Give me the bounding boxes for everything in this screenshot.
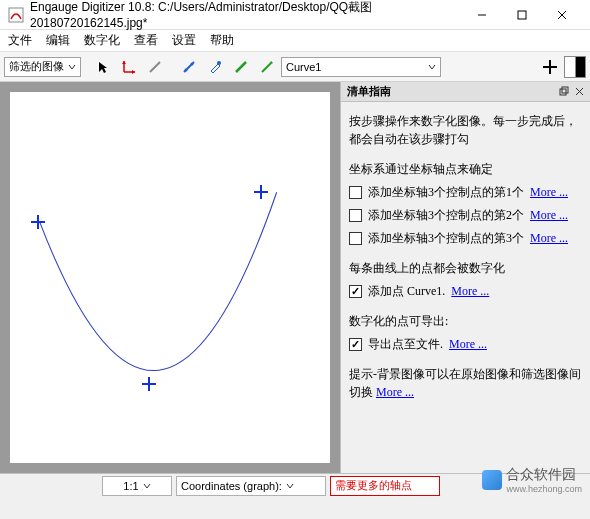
more-link[interactable]: More ... — [530, 208, 568, 223]
app-icon — [8, 7, 24, 23]
point-match-tool[interactable] — [177, 55, 201, 79]
guide-sect-axes: 坐标系通过坐标轴点来确定 — [349, 160, 582, 178]
pointer-tool[interactable] — [91, 55, 115, 79]
check-export: 导出点至文件. More ... — [349, 336, 582, 353]
svg-rect-0 — [9, 8, 23, 22]
svg-rect-2 — [518, 11, 526, 19]
axis-point-3[interactable] — [254, 185, 268, 199]
more-link[interactable]: More ... — [530, 231, 568, 246]
close-panel-icon[interactable] — [575, 86, 584, 98]
checkbox-icon[interactable] — [349, 232, 362, 245]
curve-tool[interactable] — [255, 55, 279, 79]
checkbox-icon[interactable] — [349, 209, 362, 222]
svg-point-10 — [191, 62, 194, 65]
guide-intro: 按步骤操作来数字化图像。每一步完成后，都会自动在该步骤打勾 — [349, 112, 582, 148]
scale-tool[interactable] — [143, 55, 167, 79]
check-curve: 添加点 Curve1. More ... — [349, 283, 582, 300]
color-swatch[interactable] — [564, 56, 586, 78]
curve-select-combo[interactable]: Curve1 — [281, 57, 441, 77]
main-area: 清单指南 按步骤操作来数字化图像。每一步完成后，都会自动在该步骤打勾 坐标系通过… — [0, 82, 590, 473]
watermark: 合众软件园 www.hezhong.com — [482, 466, 582, 494]
checkbox-checked-icon[interactable] — [349, 338, 362, 351]
check-axis-3: 添加坐标轴3个控制点的第3个 More ... — [349, 230, 582, 247]
checkbox-checked-icon[interactable] — [349, 285, 362, 298]
checklist-guide-panel: 清单指南 按步骤操作来数字化图像。每一步完成后，都会自动在该步骤打勾 坐标系通过… — [340, 82, 590, 473]
guide-sect-curves: 每条曲线上的点都会被数字化 — [349, 259, 582, 277]
graph-canvas[interactable] — [10, 92, 330, 463]
more-link[interactable]: More ... — [449, 337, 487, 352]
guide-sect-export: 数字化的点可导出: — [349, 312, 582, 330]
titlebar: Engauge Digitizer 10.8: C:/Users/Adminis… — [0, 0, 590, 30]
menu-file[interactable]: 文件 — [8, 32, 32, 49]
check-axis-2: 添加坐标轴3个控制点的第2个 More ... — [349, 207, 582, 224]
guide-body: 按步骤操作来数字化图像。每一步完成后，都会自动在该步骤打勾 坐标系通过坐标轴点来… — [341, 102, 590, 473]
check-axis-1: 添加坐标轴3个控制点的第1个 More ... — [349, 184, 582, 201]
status-message: 需要更多的轴点 — [330, 476, 440, 496]
more-link[interactable]: More ... — [530, 185, 568, 200]
svg-rect-15 — [560, 89, 566, 95]
undock-icon[interactable] — [559, 86, 569, 98]
chevron-down-icon — [286, 482, 294, 490]
curve-plot — [10, 92, 330, 463]
more-link[interactable]: More ... — [376, 385, 414, 399]
zoom-combo[interactable]: 1:1 — [102, 476, 172, 496]
svg-line-12 — [236, 62, 246, 72]
axis-point-1[interactable] — [31, 215, 45, 229]
minimize-button[interactable] — [462, 1, 502, 29]
menu-settings[interactable]: 设置 — [172, 32, 196, 49]
svg-rect-16 — [562, 87, 568, 93]
axis-point-2[interactable] — [142, 377, 156, 391]
coords-combo[interactable]: Coordinates (graph): — [176, 476, 326, 496]
more-link[interactable]: More ... — [451, 284, 489, 299]
chevron-down-icon — [68, 63, 76, 71]
menu-edit[interactable]: 编辑 — [46, 32, 70, 49]
axis-point-tool[interactable] — [117, 55, 141, 79]
close-button[interactable] — [542, 1, 582, 29]
svg-line-7 — [150, 62, 160, 72]
segment-tool[interactable] — [229, 55, 253, 79]
window-controls — [462, 1, 582, 29]
guide-tip: 提示-背景图像可以在原始图像和筛选图像间切换 More ... — [349, 365, 582, 401]
chevron-down-icon — [428, 63, 436, 71]
svg-point-11 — [217, 61, 221, 65]
maximize-button[interactable] — [502, 1, 542, 29]
guide-header: 清单指南 — [341, 82, 590, 102]
window-title: Engauge Digitizer 10.8: C:/Users/Adminis… — [30, 0, 462, 30]
checkbox-icon[interactable] — [349, 186, 362, 199]
svg-point-9 — [185, 68, 188, 71]
menu-view[interactable]: 查看 — [134, 32, 158, 49]
toolbar: 筛选的图像 Curve1 — [0, 52, 590, 82]
menu-digitize[interactable]: 数字化 — [84, 32, 120, 49]
watermark-logo-icon — [482, 470, 502, 490]
menu-help[interactable]: 帮助 — [210, 32, 234, 49]
menubar: 文件 编辑 数字化 查看 设置 帮助 — [0, 30, 590, 52]
crosshair-icon[interactable] — [538, 55, 562, 79]
canvas-area — [0, 82, 340, 473]
color-picker-tool[interactable] — [203, 55, 227, 79]
filter-image-combo[interactable]: 筛选的图像 — [4, 57, 81, 77]
chevron-down-icon — [143, 482, 151, 490]
